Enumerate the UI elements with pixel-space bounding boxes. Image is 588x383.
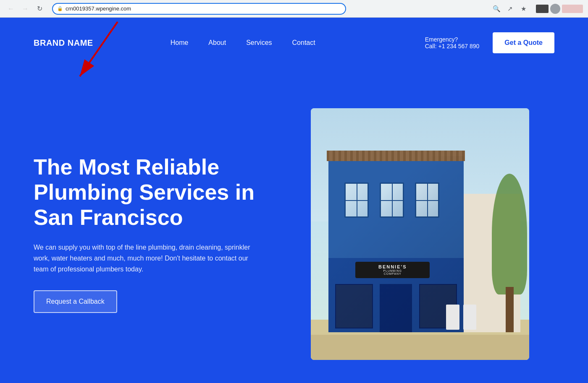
tree-right (490, 181, 529, 332)
browser-nav-buttons: ← → ↻ (5, 3, 45, 15)
hero-title: The Most Reliable Plumbing Services in S… (34, 155, 286, 230)
site-header: BRAND NAME Home About Services Contact E… (0, 18, 588, 68)
get-quote-button[interactable]: Get a Quote (493, 32, 554, 53)
hero-image: BENNIE'S PLUMBING COMPANY (311, 108, 529, 360)
brand-logo[interactable]: BRAND NAME (34, 38, 93, 48)
address-bar-container: 🔒 crn0019357.wpengine.com (52, 3, 346, 15)
hero-section: The Most Reliable Plumbing Services in S… (0, 68, 588, 383)
hero-content: The Most Reliable Plumbing Services in S… (34, 155, 286, 313)
nav-home[interactable]: Home (160, 36, 199, 50)
reload-button[interactable]: ↻ (34, 3, 45, 15)
nav-contact[interactable]: Contact (282, 36, 326, 50)
browser-actions: 🔍 ↗ ★ (491, 3, 529, 15)
nav-about[interactable]: About (198, 36, 236, 50)
address-bar[interactable]: 🔒 crn0019357.wpengine.com (52, 3, 346, 15)
nav-services[interactable]: Services (236, 36, 282, 50)
profile-rect2 (562, 5, 583, 13)
profile-dot (550, 4, 560, 14)
share-button[interactable]: ↗ (504, 3, 516, 15)
tree-canopy (492, 174, 527, 294)
chair-area (446, 305, 490, 330)
building-illustration: BENNIE'S PLUMBING COMPANY (311, 108, 529, 360)
browser-chrome: ← → ↻ 🔒 crn0019357.wpengine.com 🔍 ↗ ★ (0, 0, 588, 18)
back-button[interactable]: ← (5, 3, 17, 15)
emergency-info: Emergency? Call: +1 234 567 890 (425, 36, 480, 50)
website: BRAND NAME Home About Services Contact E… (0, 18, 588, 383)
chair-2 (463, 305, 476, 330)
chair-1 (446, 305, 459, 330)
bookmark-button[interactable]: ★ (517, 3, 529, 15)
url-text: crn0019357.wpengine.com (66, 5, 131, 12)
shadow-overlay (328, 156, 464, 332)
forward-button[interactable]: → (19, 3, 31, 15)
header-right: Emergency? Call: +1 234 567 890 Get a Qu… (425, 32, 554, 53)
callback-button[interactable]: Request a Callback (34, 290, 117, 313)
profile-area (536, 4, 583, 14)
tree-trunk (506, 287, 514, 332)
emergency-label: Emergency? (425, 36, 480, 43)
building-main: BENNIE'S PLUMBING COMPANY (328, 156, 464, 332)
emergency-phone: Call: +1 234 567 890 (425, 43, 480, 50)
main-nav: Home About Services Contact (160, 36, 326, 50)
lock-icon: 🔒 (57, 6, 63, 11)
profile-rect (536, 5, 549, 13)
hero-description: We can supply you with top of the line p… (34, 242, 252, 275)
zoom-button[interactable]: 🔍 (491, 3, 502, 15)
